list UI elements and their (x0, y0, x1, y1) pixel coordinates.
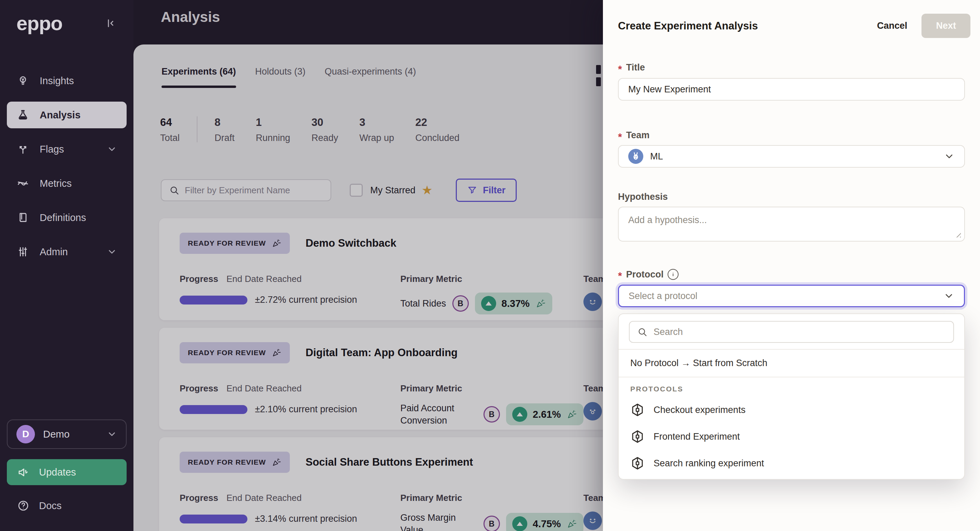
hypothesis-field-label: Hypothesis (618, 192, 668, 202)
sidebar: eppo Insights Analysis (0, 0, 134, 531)
drawer-header: Create Experiment Analysis Cancel Next (603, 0, 980, 38)
info-icon[interactable] (668, 269, 679, 280)
sidebar-item-analysis[interactable]: Analysis (7, 102, 127, 128)
sidebar-item-flags[interactable]: Flags (7, 136, 127, 162)
flask-icon (16, 108, 29, 121)
title-input[interactable] (618, 78, 965, 100)
sidebar-item-admin[interactable]: Admin (7, 238, 127, 265)
workspace-avatar: D (16, 425, 35, 444)
resize-handle[interactable] (954, 231, 961, 237)
sidebar-nav: Insights Analysis Flags (0, 67, 134, 265)
protocol-search (629, 321, 954, 343)
title-field-label: * Title (618, 62, 645, 73)
collapse-sidebar-icon (105, 17, 117, 29)
protocols-section-label: PROTOCOLS (619, 377, 964, 397)
hypothesis-textarea[interactable] (628, 215, 955, 233)
workspace-switcher[interactable]: D Demo (7, 420, 127, 449)
option-checkout-experiments[interactable]: Checkout experiments (619, 397, 964, 423)
sidebar-bottom: D Demo Updates Docs (0, 420, 134, 531)
team-select-value: ML (650, 151, 663, 162)
docs-link[interactable]: Docs (7, 495, 127, 516)
protocol-select-placeholder: Select a protocol (628, 291, 697, 301)
cancel-button[interactable]: Cancel (870, 15, 914, 37)
sidebar-item-label: Metrics (40, 178, 72, 189)
option-search-ranking-experiment[interactable]: Search ranking experiment (619, 450, 964, 477)
updates-label: Updates (39, 467, 76, 478)
team-field-label: * Team (618, 130, 649, 141)
app-root: eppo Insights Analysis (0, 0, 980, 531)
protocol-select[interactable]: Select a protocol (618, 285, 965, 307)
sidebar-collapse-button[interactable] (103, 16, 118, 31)
chevron-down-icon (944, 151, 955, 162)
lightbulb-icon (16, 74, 29, 87)
option-frontend-experiment[interactable]: Frontend Experiment (619, 423, 964, 450)
chevron-down-icon (107, 144, 117, 154)
create-experiment-analysis-drawer: Create Experiment Analysis Cancel Next *… (603, 0, 980, 531)
split-arrows-icon (16, 143, 29, 156)
sidebar-item-label: Flags (40, 144, 64, 155)
megaphone-icon (17, 466, 29, 478)
help-circle-icon (17, 499, 29, 512)
drawer-title: Create Experiment Analysis (618, 20, 758, 32)
protocol-hexagon-icon (630, 429, 645, 444)
sidebar-item-label: Definitions (40, 212, 86, 223)
team-select[interactable]: ML (618, 145, 965, 168)
protocol-hexagon-icon (630, 403, 645, 417)
sidebar-item-metrics[interactable]: Metrics (7, 170, 127, 197)
sidebar-item-label: Analysis (40, 110, 80, 121)
hypothesis-textarea-wrap (618, 207, 965, 242)
option-no-protocol[interactable]: No Protocol → Start from Scratch (619, 350, 964, 377)
team-ml-avatar (628, 149, 643, 164)
eppo-logo[interactable]: eppo (16, 12, 63, 35)
chevron-down-icon (107, 429, 117, 439)
book-icon (16, 211, 29, 224)
protocol-dropdown: No Protocol → Start from Scratch PROTOCO… (618, 313, 965, 480)
protocol-hexagon-icon (630, 456, 645, 471)
trend-lines-icon (16, 177, 29, 190)
sidebar-item-insights[interactable]: Insights (7, 67, 127, 94)
workspace-label: Demo (43, 429, 70, 440)
sidebar-item-definitions[interactable]: Definitions (7, 204, 127, 231)
protocol-field-label: * Protocol (618, 269, 679, 280)
chevron-down-icon (107, 247, 117, 257)
sidebar-item-label: Admin (40, 246, 68, 258)
search-icon (637, 327, 648, 337)
protocol-search-input[interactable] (654, 327, 946, 337)
next-button[interactable]: Next (921, 14, 970, 38)
sidebar-item-label: Insights (40, 75, 74, 87)
sliders-icon (16, 245, 29, 258)
chevron-down-icon (943, 291, 955, 301)
docs-label: Docs (39, 500, 62, 512)
updates-button[interactable]: Updates (7, 459, 127, 485)
